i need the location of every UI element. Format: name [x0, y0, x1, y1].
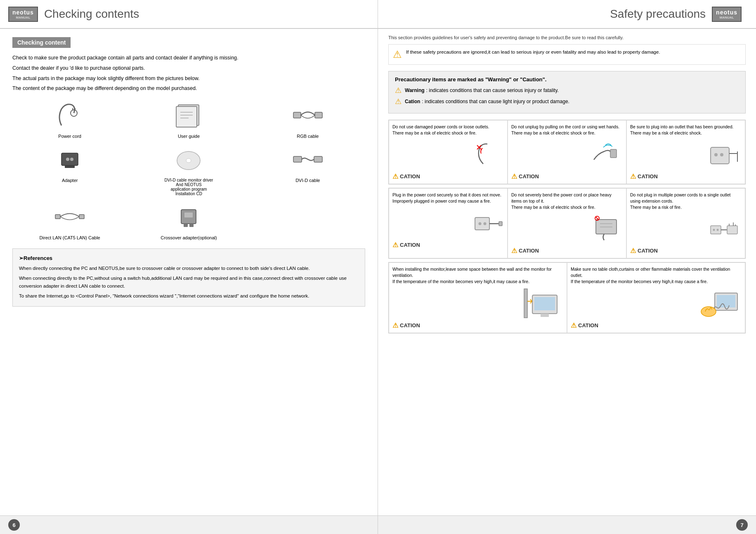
svg-rect-22 — [184, 224, 188, 227]
logo-right: neotus MANUAL — [712, 7, 742, 22]
precaution-box: Precautionary items are marked as "Warni… — [388, 71, 746, 113]
svg-rect-17 — [293, 156, 302, 162]
svg-rect-54 — [541, 314, 549, 317]
logo-left: neotus MANUAL — [8, 7, 38, 22]
safety-cell-1-1: Do not use damaged power cords or loose … — [389, 120, 508, 184]
caution-triangle-icon: ⚠ — [630, 247, 636, 255]
caution-icon: ⚠ — [395, 97, 402, 106]
svg-point-34 — [479, 222, 482, 225]
safety-grid-row1: Do not use damaged power cords or loose … — [388, 120, 746, 184]
svg-rect-9 — [315, 112, 322, 118]
svg-point-13 — [70, 158, 73, 161]
svg-point-12 — [66, 158, 69, 161]
warning-box: ⚠ If these safety precautions are ignore… — [388, 44, 746, 65]
caution-triangle-icon: ⚠ — [511, 247, 517, 255]
svg-point-60 — [701, 307, 716, 317]
safety-cell-3-1: When installing the monitor,leave some s… — [389, 262, 567, 333]
safety-img-2-2 — [511, 212, 623, 245]
caution-label-2-1: ⚠ CATION — [392, 241, 504, 249]
footer-right: 7 — [378, 516, 756, 534]
page-number-right: 7 — [736, 519, 748, 531]
safety-img-2-3 — [630, 212, 742, 245]
svg-rect-47 — [727, 226, 737, 234]
safety-img-2-1 — [392, 206, 504, 239]
right-panel: This section provides guidelines for use… — [378, 29, 756, 515]
safety-text-2-3: Do not plug in multiple power cords to a… — [630, 192, 742, 210]
product-crossover: Crossover adapter(optional) — [131, 200, 246, 240]
check-text-2: Contact the dealer if you 'd like to pur… — [12, 64, 365, 72]
section-heading: Checking content — [12, 37, 71, 48]
svg-rect-11 — [65, 165, 75, 168]
caution-triangle-icon: ⚠ — [392, 172, 398, 180]
safety-grid-row2: Plug in the power cord securely so that … — [388, 188, 746, 259]
svg-point-44 — [713, 229, 715, 231]
svg-rect-51 — [524, 289, 527, 318]
product-rgb-cable: RGB cable — [250, 99, 365, 139]
references-text: When directly connecting the PC and NEOT… — [19, 265, 359, 300]
svg-rect-33 — [475, 217, 489, 230]
product-img-lan-cable — [49, 200, 90, 233]
warning-desc: : indicates conditions that can cause se… — [426, 87, 559, 93]
check-text-3: The actual parts in the package may look… — [12, 75, 365, 83]
right-page-title: Safety precautions — [610, 7, 706, 21]
safety-text-1-1: Do not use damaged power cords or loose … — [392, 124, 504, 136]
caution-label-3-1: ⚠ CATION — [392, 321, 563, 329]
product-label-lan-cable: Direct LAN (CAT5 LAN) Cable — [40, 235, 100, 240]
precaution-title: Precautionary items are marked as "Warni… — [395, 76, 739, 83]
warning-row: ⚠ Warning : indicates conditions that ca… — [395, 86, 739, 95]
product-label-cd: DVI-D cable monitor driver And NEOTUS ap… — [165, 178, 213, 196]
product-label-crossover: Crossover adapter(optional) — [161, 235, 217, 240]
safety-cell-3-2: Make sure no table cloth,curtains or oth… — [567, 262, 745, 333]
intro-text: This section provides guidelines for use… — [388, 35, 746, 40]
safety-text-2-1: Plug in the power cord securely so that … — [392, 192, 504, 204]
warning-icon: ⚠ — [395, 86, 402, 95]
svg-rect-10 — [61, 153, 78, 165]
footer: 6 7 — [0, 515, 756, 534]
left-panel: Checking content Check to make sure the … — [0, 29, 378, 515]
safety-text-3-2: Make sure no table cloth,curtains or oth… — [571, 266, 742, 284]
svg-rect-8 — [293, 112, 301, 118]
check-text-1: Check to make sure the product package c… — [12, 54, 365, 62]
logo-sub: MANUAL — [16, 16, 31, 19]
svg-point-29 — [714, 153, 718, 156]
product-label-dvi-cable: DVI-D cable — [295, 178, 320, 183]
safety-text-2-2: Do not severely bend the power cord or p… — [511, 192, 623, 210]
references-box: ➢References When directly connecting the… — [12, 248, 365, 307]
caution-row: ⚠ Cation : indicates conditions that can… — [395, 97, 739, 106]
safety-cell-1-3: Be sure to plug into an outlet that has … — [626, 120, 745, 184]
caution-desc: : indicates conditions that can cause li… — [422, 99, 569, 104]
caution-label-1-2: ⚠ CATION — [511, 172, 623, 180]
product-power-cord: Power cord — [12, 99, 127, 139]
product-cd: DVI-D cable monitor driver And NEOTUS ap… — [131, 143, 246, 196]
svg-point-15 — [186, 158, 191, 163]
svg-rect-28 — [711, 147, 729, 164]
caution-label-1-1: ⚠ CATION — [392, 172, 504, 180]
safety-img-3-1 — [392, 287, 563, 320]
caution-triangle-icon: ⚠ — [392, 241, 398, 249]
brand-name-right: neotus — [716, 9, 737, 16]
svg-rect-37 — [499, 222, 502, 226]
product-img-power-cord — [49, 99, 90, 132]
references-title: ➢References — [19, 255, 359, 261]
product-label-user-guide: User guide — [178, 134, 200, 139]
brand-name: neotus — [12, 9, 34, 16]
svg-rect-23 — [189, 224, 194, 227]
safety-img-3-2 — [571, 287, 742, 320]
svg-point-35 — [484, 222, 487, 225]
svg-point-45 — [717, 229, 719, 231]
safety-cell-2-1: Plug in the power cord securely so that … — [389, 188, 508, 258]
caution-label-3-2: ⚠ CATION — [571, 321, 742, 329]
product-img-user-guide — [168, 99, 209, 132]
caution-label-2-3: ⚠ CATION — [630, 247, 742, 255]
caution-label-2-2: ⚠ CATION — [511, 247, 623, 255]
check-text-4: The content of the package may be differ… — [12, 85, 365, 92]
safety-cell-2-2: Do not severely bend the power cord or p… — [508, 188, 626, 258]
product-img-crossover — [168, 200, 209, 233]
svg-rect-53 — [534, 297, 555, 310]
caution-label: Cation — [405, 99, 420, 104]
safety-text-3-1: When installing the monitor,leave some s… — [392, 266, 563, 284]
svg-rect-4 — [176, 106, 197, 127]
caution-triangle-icon: ⚠ — [511, 172, 517, 180]
svg-rect-27 — [610, 149, 617, 158]
caution-label-1-3: ⚠ CATION — [630, 172, 742, 180]
